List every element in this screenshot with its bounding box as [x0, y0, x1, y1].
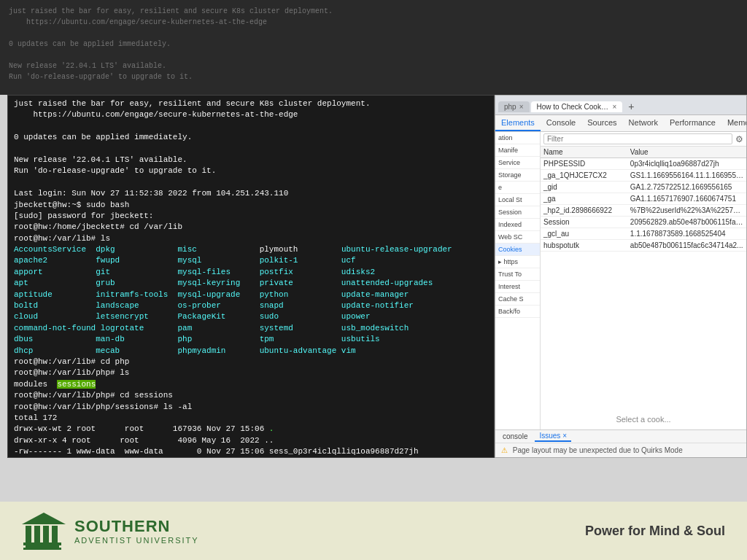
table-row[interactable]: PHPSESSID0p3r4iclqlliq1oa96887d27jh [541, 158, 746, 170]
sidebar-item-websocket[interactable]: Web SC [495, 231, 540, 244]
devtools-cookies-content: ⚙ Name Value PHPSESSID0p3r4iclqlliq1oa96… [541, 132, 746, 429]
filter-input[interactable] [543, 133, 732, 144]
new-tab-button[interactable]: + [624, 99, 638, 114]
cookie-value-cell: %7B%22userId%22%3A%225731... [627, 205, 746, 217]
sidebar-item-backforward[interactable]: Back/fo [495, 306, 540, 318]
tab-php-close[interactable]: × [519, 103, 524, 111]
table-row[interactable]: _gcl_au1.1.1678873589.1668525404 [541, 228, 746, 240]
sidebar-item-https[interactable]: ▸ https [495, 256, 540, 268]
cookie-name-cell: hubspotutk [541, 240, 627, 252]
svg-rect-6 [26, 545, 59, 548]
table-row[interactable]: _ga_1QHJCE7CX2GS1.1.1669556164.11.1.1669… [541, 170, 746, 182]
tagline: Power for Mind & Soul [585, 524, 725, 539]
southern-logo: SOUTHERN ADVENTIST UNIVERSITY [22, 511, 199, 551]
browser-chrome: php × How to Check Cookies on Your... × … [495, 96, 746, 115]
select-cookie-text: Select a cook... [616, 415, 670, 424]
page-bottom-bar: SOUTHERN ADVENTIST UNIVERSITY Power for … [0, 502, 747, 560]
sidebar-item-e[interactable]: e [495, 182, 540, 194]
top-bg-text: just raised the bar for easy, resilient … [0, 0, 747, 88]
cookie-name-cell: _hp2_id.2898666922 [541, 205, 627, 217]
sidebar-item-application[interactable]: ation [495, 132, 540, 144]
logo-main: SOUTHERN [74, 517, 199, 536]
svg-rect-3 [52, 526, 58, 544]
table-row[interactable]: hubspotutkab50e487b006115fac6c34714a2... [541, 240, 746, 252]
browser-tab-cookies[interactable]: How to Check Cookies on Your... × [531, 101, 623, 112]
sidebar-item-manifest[interactable]: Manife [495, 144, 540, 157]
table-row[interactable]: _gaGA1.1.1657176907.1660674751 [541, 193, 746, 205]
cookie-name-cell: _ga_1QHJCE7CX2 [541, 170, 627, 182]
tab-network[interactable]: Network [623, 115, 664, 131]
sidebar-item-localstorage[interactable]: Local St [495, 194, 540, 206]
top-background: just raised the bar for easy, resilient … [0, 0, 747, 95]
sidebar-item-service[interactable]: Service [495, 157, 540, 169]
col-header-name: Name [541, 147, 627, 158]
cookie-name-cell: _gid [541, 182, 627, 193]
tab-php-label: php [504, 103, 516, 111]
sidebar-item-session[interactable]: Session [495, 206, 540, 219]
devtools-inner: Elements Console Sources Network Perform… [495, 115, 746, 457]
svg-rect-7 [23, 548, 61, 550]
col-header-value: Value [627, 147, 746, 158]
svg-marker-5 [22, 513, 66, 524]
tab-performance[interactable]: Performance [664, 115, 721, 131]
devtools-app-sidebar: ation Manife Service Storage e Local St … [495, 132, 541, 429]
tab-cookies-close[interactable]: × [613, 103, 617, 111]
devtools-console-bar: console Issues × [495, 430, 746, 443]
logo-sub: ADVENTIST UNIVERSITY [74, 536, 199, 545]
cookie-value-cell: 0p3r4iclqlliq1oa96887d27jh [627, 158, 746, 170]
browser-window[interactable]: php × How to Check Cookies on Your... × … [495, 95, 747, 458]
devtools-bottom: console Issues × ⚠ Page layout may be un… [495, 429, 746, 457]
cookies-table: Name Value PHPSESSID0p3r4iclqlliq1oa9688… [541, 147, 746, 252]
tab-elements[interactable]: Elements [495, 115, 541, 131]
select-cookie-placeholder: Select a cook... [541, 409, 746, 429]
svg-rect-4 [23, 542, 61, 545]
cookie-name-cell: Session [541, 217, 627, 228]
sidebar-item-cookies[interactable]: Cookies [495, 244, 540, 256]
issues-area: ⚠ Page layout may be unexpected due to Q… [495, 443, 746, 457]
cookie-name-cell: PHPSESSID [541, 158, 627, 170]
devtools-app-area: ation Manife Service Storage e Local St … [495, 132, 746, 429]
console-tab[interactable]: console [498, 432, 532, 441]
sidebar-item-trusttokens[interactable]: Trust To [495, 268, 540, 281]
issues-message: Page layout may be unexpected due to Qui… [513, 446, 683, 454]
table-row[interactable]: Session209562829.ab50e487b006115fac... [541, 217, 746, 228]
tab-cookies-label: How to Check Cookies on Your... [537, 103, 610, 111]
sidebar-item-cache[interactable]: Cache S [495, 293, 540, 306]
sidebar-item-indexeddb[interactable]: Indexed [495, 219, 540, 231]
tab-memory[interactable]: Memory [721, 115, 746, 131]
tab-sources[interactable]: Sources [581, 115, 622, 131]
cookie-value-cell: GS1.1.1669556164.11.1.1669556... [627, 170, 746, 182]
tab-console[interactable]: Console [541, 115, 581, 131]
logo-text: SOUTHERN ADVENTIST UNIVERSITY [74, 517, 199, 545]
terminal-content: just raised the bar for easy, resilient … [8, 96, 494, 457]
cookies-table-wrapper: Name Value PHPSESSID0p3r4iclqlliq1oa9688… [541, 147, 746, 409]
table-row[interactable]: _hp2_id.2898666922%7B%22userId%22%3A%225… [541, 205, 746, 217]
filter-bar: ⚙ [541, 132, 746, 147]
cookie-name-cell: _gcl_au [541, 228, 627, 240]
sidebar-item-interest[interactable]: Interest [495, 281, 540, 293]
cookie-name-cell: _ga [541, 193, 627, 205]
svg-rect-2 [43, 526, 49, 544]
browser-tab-php[interactable]: php × [498, 101, 530, 112]
svg-rect-0 [26, 526, 31, 544]
cookie-value-cell: ab50e487b006115fac6c34714a2... [627, 240, 746, 252]
table-row[interactable]: _gidGA1.2.725722512.1669556165 [541, 182, 746, 193]
terminal-window[interactable]: just raised the bar for easy, resilient … [7, 95, 495, 458]
sidebar-item-storage[interactable]: Storage [495, 169, 540, 182]
university-logo-icon [22, 511, 66, 551]
settings-icon[interactable]: ⚙ [735, 134, 743, 144]
cookie-value-cell: GA1.1.1657176907.1660674751 [627, 193, 746, 205]
cookie-value-cell: GA1.2.725722512.1669556165 [627, 182, 746, 193]
cookie-value-cell: 1.1.1678873589.1668525404 [627, 228, 746, 240]
issues-tab[interactable]: Issues × [535, 431, 571, 442]
browser-tabs: php × How to Check Cookies on Your... × … [495, 96, 746, 114]
cookie-value-cell: 209562829.ab50e487b006115fac... [627, 217, 746, 228]
devtools-toolbar: Elements Console Sources Network Perform… [495, 115, 746, 132]
warning-icon: ⚠ [501, 446, 508, 454]
svg-rect-1 [34, 526, 40, 544]
